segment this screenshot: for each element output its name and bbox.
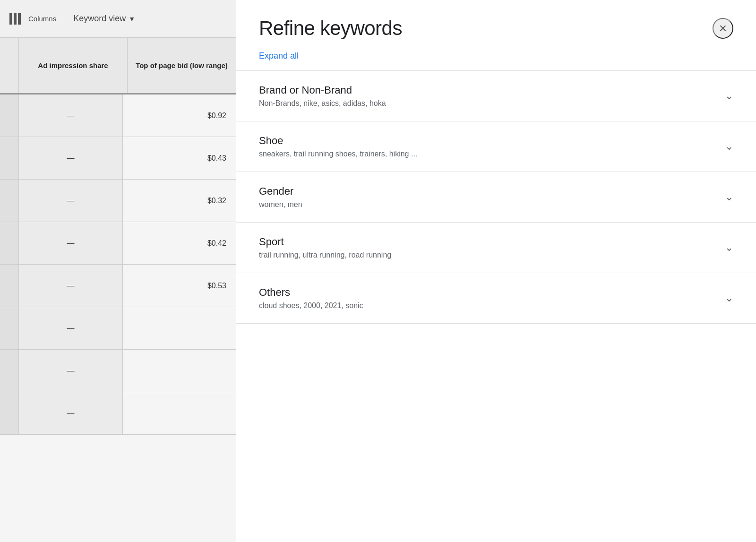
refine-item-brand-or-non-brand[interactable]: Brand or Non-Brand Non-Brands, nike, asi… <box>236 71 756 121</box>
refine-item-subtitle: Non-Brands, nike, asics, adidas, hoka <box>259 99 386 108</box>
keyword-view-chevron-icon: ▼ <box>129 15 135 23</box>
columns-icon <box>9 13 21 25</box>
refine-item-content: Brand or Non-Brand Non-Brands, nike, asi… <box>259 84 386 108</box>
col-ad-impression-header: Ad impression share <box>19 38 128 93</box>
cell-top-page: $0.43 <box>123 137 236 179</box>
refine-item-content: Gender women, men <box>259 185 302 209</box>
refine-item-others[interactable]: Others cloud shoes, 2000, 2021, sonic ⌄ <box>236 273 756 324</box>
cell-top-page <box>123 307 236 349</box>
cell-ad-impression: — <box>19 95 123 137</box>
cell-top-page: $0.32 <box>123 180 236 222</box>
table-row: — $0.43 <box>0 137 236 180</box>
cell-top-page: $0.42 <box>123 222 236 264</box>
table-row: — <box>0 392 236 435</box>
cell-top-page <box>123 350 236 392</box>
cell-ad-impression: — <box>19 222 123 264</box>
refine-item-content: Sport trail running, ultra running, road… <box>259 236 391 259</box>
table-row: — $0.53 <box>0 265 236 307</box>
refine-item-title: Shoe <box>259 135 417 147</box>
table-row: — <box>0 307 236 350</box>
cell-top-page: $0.92 <box>123 95 236 137</box>
refine-item-shoe[interactable]: Shoe sneakers, trail running shoes, trai… <box>236 121 756 172</box>
col-top-page-header: Top of page bid (low range) <box>128 38 236 93</box>
expand-all-button[interactable]: Expand all <box>259 51 299 61</box>
refine-header: Refine keywords × <box>236 0 756 49</box>
refine-item-subtitle: trail running, ultra running, road runni… <box>259 251 391 259</box>
cell-ad-impression: — <box>19 307 123 349</box>
chevron-down-icon: ⌄ <box>725 292 733 304</box>
table-row: — <box>0 350 236 392</box>
chevron-down-icon: ⌄ <box>725 241 733 254</box>
refine-item-content: Others cloud shoes, 2000, 2021, sonic <box>259 286 363 310</box>
table-row: — $0.32 <box>0 180 236 222</box>
table-panel: Columns Keyword view ▼ Ad impression sha… <box>0 0 236 542</box>
cell-empty <box>0 222 19 264</box>
refine-item-title: Sport <box>259 236 391 248</box>
refine-item-subtitle: cloud shoes, 2000, 2021, sonic <box>259 301 363 310</box>
refine-item-title: Gender <box>259 185 302 198</box>
refine-item-sport[interactable]: Sport trail running, ultra running, road… <box>236 223 756 273</box>
cell-empty <box>0 392 19 434</box>
cell-ad-impression: — <box>19 265 123 307</box>
columns-label: Columns <box>28 15 56 23</box>
cell-empty <box>0 350 19 392</box>
refine-item-subtitle: women, men <box>259 200 302 209</box>
cell-empty <box>0 307 19 349</box>
chevron-down-icon: ⌄ <box>725 140 733 153</box>
expand-all-row: Expand all <box>236 49 756 71</box>
cell-ad-impression: — <box>19 137 123 179</box>
keyword-view-button[interactable]: Keyword view ▼ <box>73 14 135 24</box>
cell-top-page <box>123 392 236 434</box>
cell-empty <box>0 180 19 222</box>
cell-top-page: $0.53 <box>123 265 236 307</box>
cell-ad-impression: — <box>19 180 123 222</box>
refine-item-gender[interactable]: Gender women, men ⌄ <box>236 172 756 223</box>
table-header: Ad impression share Top of page bid (low… <box>0 38 236 95</box>
close-button[interactable]: × <box>713 18 733 39</box>
keyword-view-label: Keyword view <box>73 14 126 24</box>
cell-ad-impression: — <box>19 392 123 434</box>
table-row: — $0.42 <box>0 222 236 265</box>
chevron-down-icon: ⌄ <box>725 191 733 203</box>
refine-list: Brand or Non-Brand Non-Brands, nike, asi… <box>236 71 756 542</box>
cell-empty <box>0 95 19 137</box>
cell-empty <box>0 265 19 307</box>
table-body: — $0.92 — $0.43 — $0.32 — $0.42 — $0.53 … <box>0 95 236 542</box>
cell-empty <box>0 137 19 179</box>
refine-item-title: Others <box>259 286 363 299</box>
col-empty <box>0 38 19 93</box>
refine-item-content: Shoe sneakers, trail running shoes, trai… <box>259 135 417 158</box>
table-toolbar: Columns Keyword view ▼ <box>0 0 236 38</box>
chevron-down-icon: ⌄ <box>725 90 733 102</box>
refine-item-subtitle: sneakers, trail running shoes, trainers,… <box>259 150 417 158</box>
refine-title: Refine keywords <box>259 17 402 40</box>
refine-item-title: Brand or Non-Brand <box>259 84 386 96</box>
table-row: — $0.92 <box>0 95 236 137</box>
cell-ad-impression: — <box>19 350 123 392</box>
refine-keywords-panel: Refine keywords × Expand all Brand or No… <box>236 0 756 542</box>
